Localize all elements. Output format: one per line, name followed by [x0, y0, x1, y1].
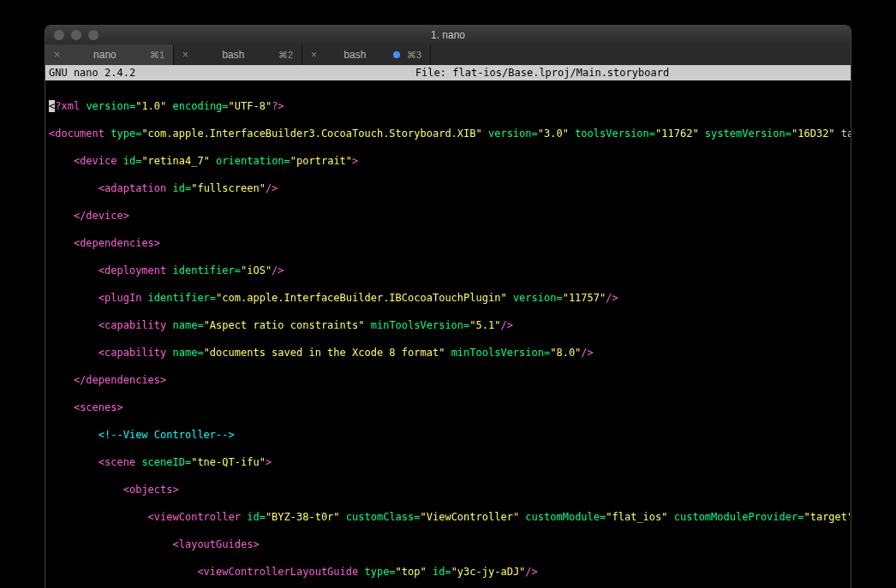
- code-line: <layoutGuides>: [49, 538, 847, 551]
- code-line: <viewController id="BYZ-38-t0r" customCl…: [49, 510, 847, 524]
- window-title: 1. nano: [45, 29, 851, 41]
- tab-bash-1[interactable]: × bash ⌘2: [174, 45, 302, 65]
- code-line: <deployment identifier="iOS"/>: [49, 264, 847, 277]
- code-line: <capability name="documents saved in the…: [49, 346, 847, 359]
- code-line: <capability name="Aspect ratio constrain…: [49, 318, 847, 332]
- code-line: <document type="com.apple.InterfaceBuild…: [49, 127, 847, 140]
- terminal-window: 1. nano × nano ⌘1 × bash ⌘2 × bash ⌘3 GN…: [45, 26, 851, 588]
- tab-label: nano: [67, 49, 143, 61]
- nano-version: GNU nano 2.4.2: [49, 67, 237, 79]
- code-line: </device>: [49, 209, 847, 223]
- code-line: <viewControllerLayoutGuide type="top" id…: [49, 565, 847, 579]
- nano-filename: File: flat-ios/Base.lproj/Main.storyboar…: [237, 67, 847, 79]
- close-icon[interactable]: ×: [54, 49, 60, 61]
- code-line: <plugIn identifier="com.apple.InterfaceB…: [49, 291, 847, 305]
- tab-label: bash: [195, 49, 272, 61]
- code-line: <scenes>: [49, 401, 847, 414]
- code-line: </dependencies>: [49, 373, 847, 387]
- tabbar: × nano ⌘1 × bash ⌘2 × bash ⌘3: [45, 45, 851, 65]
- nano-statusbar: GNU nano 2.4.2 File: flat-ios/Base.lproj…: [45, 65, 851, 80]
- tab-label: bash: [324, 49, 386, 61]
- close-icon[interactable]: ×: [182, 49, 188, 61]
- editor-area[interactable]: <?xml version="1.0" encoding="UTF-8"?> <…: [45, 80, 851, 588]
- code-line: <device id="retina4_7" orientation="port…: [49, 154, 847, 168]
- tab-shortcut: ⌘1: [150, 50, 164, 61]
- code-line: <objects>: [49, 483, 847, 496]
- code-line: <!--View Controller-->: [49, 428, 847, 442]
- titlebar[interactable]: 1. nano: [45, 26, 851, 45]
- tab-shortcut: ⌘2: [278, 50, 293, 61]
- code-line: <scene sceneID="tne-QT-ifu">: [49, 455, 847, 469]
- tab-bash-2[interactable]: × bash ⌘3: [302, 45, 431, 65]
- tab-shortcut: ⌘3: [407, 50, 421, 61]
- code-line: <adaptation id="fullscreen"/>: [49, 181, 847, 195]
- close-icon[interactable]: ×: [311, 49, 317, 61]
- dirty-indicator-icon: [393, 51, 400, 58]
- code-line: <dependencies>: [49, 236, 847, 250]
- code-line: <?xml version="1.0" encoding="UTF-8"?>: [49, 99, 847, 113]
- tab-nano[interactable]: × nano ⌘1: [45, 45, 174, 65]
